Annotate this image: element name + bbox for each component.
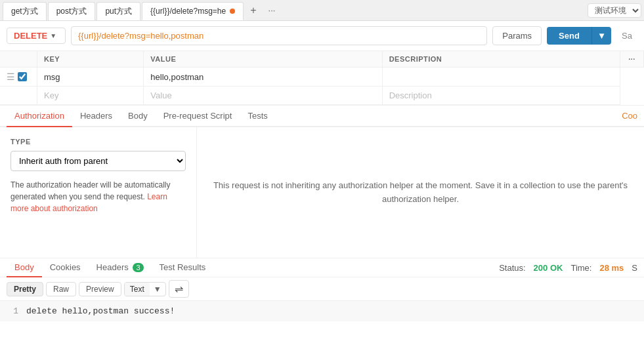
line-number-1: 1 bbox=[5, 306, 18, 316]
chevron-down-icon: ▼ bbox=[50, 32, 56, 39]
auth-left-panel: TYPE Inherit auth from parent The author… bbox=[0, 127, 197, 258]
env-select[interactable]: 测试环境 bbox=[588, 3, 641, 18]
tab-headers[interactable]: Headers bbox=[72, 106, 120, 127]
format-label: Text bbox=[125, 283, 150, 296]
col-controls bbox=[0, 51, 37, 68]
tab-put[interactable]: put方式 bbox=[97, 2, 140, 20]
auth-select-wrap: Inherit auth from parent bbox=[11, 151, 186, 171]
col-key: KEY bbox=[37, 51, 144, 68]
tab-authorization[interactable]: Authorization bbox=[7, 106, 72, 127]
params-table: KEY VALUE DESCRIPTION ··· ☰ msg hello,po… bbox=[0, 51, 644, 105]
tab-post-label: post方式 bbox=[56, 6, 87, 17]
resp-tab-headers[interactable]: Headers 3 bbox=[89, 258, 152, 277]
method-select[interactable]: DELETE ▼ bbox=[7, 28, 66, 44]
url-bar: DELETE ▼ Params Send ▼ Sa bbox=[0, 21, 644, 51]
tab-body[interactable]: Body bbox=[120, 106, 156, 127]
send-button-group: Send ▼ bbox=[547, 27, 611, 45]
resp-tab-cookies[interactable]: Cookies bbox=[42, 258, 89, 277]
row-checkbox[interactable] bbox=[18, 72, 27, 81]
env-select-wrap: 测试环境 bbox=[588, 3, 641, 18]
request-tabs: Authorization Headers Body Pre-request S… bbox=[0, 106, 644, 127]
raw-button[interactable]: Raw bbox=[46, 282, 76, 296]
auth-section: TYPE Inherit auth from parent The author… bbox=[0, 127, 644, 258]
tab-delete-label: {{url}}/delete?msg=he bbox=[150, 7, 226, 16]
tab-put-label: put方式 bbox=[105, 6, 132, 17]
method-label: DELETE bbox=[14, 31, 47, 41]
table-row: ☰ msg hello,postman bbox=[0, 68, 644, 87]
placeholder-description[interactable]: Description bbox=[382, 87, 620, 105]
format-select-wrap: Text ▼ bbox=[124, 282, 166, 296]
drag-handle-icon[interactable]: ☰ bbox=[7, 71, 15, 82]
url-input[interactable] bbox=[71, 26, 487, 45]
resp-tab-body[interactable]: Body bbox=[7, 258, 42, 277]
response-toolbar: Pretty Raw Preview Text ▼ ⇌ bbox=[0, 277, 644, 301]
auth-right-panel: This request is not inheriting any autho… bbox=[197, 127, 644, 258]
col-description: DESCRIPTION bbox=[382, 51, 620, 68]
auth-type-label: TYPE bbox=[11, 138, 186, 146]
tab-get-label: get方式 bbox=[11, 6, 38, 17]
resp-status-area: Status: 200 OK Time: 28 ms S bbox=[499, 263, 637, 273]
table-placeholder-row: Key Value Description bbox=[0, 87, 644, 105]
description-cell bbox=[382, 68, 620, 87]
time-value: 28 ms bbox=[599, 263, 624, 273]
tab-bar: get方式 post方式 put方式 {{url}}/delete?msg=he… bbox=[0, 0, 644, 21]
placeholder-controls bbox=[0, 87, 37, 105]
auth-note: The authorization header will be automat… bbox=[11, 179, 186, 214]
save-label: Sa bbox=[616, 31, 637, 41]
preview-button[interactable]: Preview bbox=[79, 282, 121, 296]
tab-plus-button[interactable]: + bbox=[245, 5, 261, 16]
wrap-button[interactable]: ⇌ bbox=[169, 280, 189, 298]
send-main-button[interactable]: Send bbox=[547, 27, 591, 45]
tab-post[interactable]: post方式 bbox=[48, 2, 96, 20]
code-area: 1 delete hello,postman success! bbox=[0, 301, 644, 321]
tab-get[interactable]: get方式 bbox=[3, 2, 47, 20]
resp-headers-label: Headers bbox=[97, 262, 129, 272]
pretty-button[interactable]: Pretty bbox=[7, 282, 43, 296]
status-value: 200 OK bbox=[534, 263, 563, 273]
response-tabs: Body Cookies Headers 3 Test Results Stat… bbox=[0, 258, 644, 277]
tab-tests[interactable]: Tests bbox=[240, 106, 275, 127]
cookies-right-tab[interactable]: Coo bbox=[622, 111, 637, 121]
col-more[interactable]: ··· bbox=[620, 51, 644, 68]
placeholder-value[interactable]: Value bbox=[144, 87, 382, 105]
time-label: Time: bbox=[570, 263, 591, 273]
row-controls: ☰ bbox=[0, 68, 37, 87]
resp-tab-testresults[interactable]: Test Results bbox=[152, 258, 214, 277]
code-line-1: 1 delete hello,postman success! bbox=[5, 306, 639, 316]
col-value: VALUE bbox=[144, 51, 382, 68]
line-code-1: delete hello,postman success! bbox=[26, 306, 175, 316]
size-value: S bbox=[632, 263, 637, 273]
placeholder-key[interactable]: Key bbox=[37, 87, 144, 105]
params-button[interactable]: Params bbox=[492, 26, 542, 45]
format-chevron-icon[interactable]: ▼ bbox=[150, 283, 165, 296]
params-section: KEY VALUE DESCRIPTION ··· ☰ msg hello,po… bbox=[0, 51, 644, 106]
value-cell[interactable]: hello,postman bbox=[144, 68, 382, 87]
auth-note-text: The authorization header will be automat… bbox=[11, 180, 170, 201]
tab-more-button[interactable]: ··· bbox=[263, 5, 281, 15]
tab-dot bbox=[230, 9, 235, 14]
status-label: Status: bbox=[499, 263, 525, 273]
auth-type-select[interactable]: Inherit auth from parent bbox=[11, 151, 186, 171]
send-arrow-button[interactable]: ▼ bbox=[591, 27, 611, 45]
tab-prerequest[interactable]: Pre-request Script bbox=[156, 106, 240, 127]
tab-delete[interactable]: {{url}}/delete?msg=he bbox=[142, 2, 244, 20]
headers-count-badge: 3 bbox=[133, 263, 143, 272]
key-cell[interactable]: msg bbox=[37, 68, 144, 87]
auth-right-text: This request is not inheriting any autho… bbox=[210, 179, 631, 207]
